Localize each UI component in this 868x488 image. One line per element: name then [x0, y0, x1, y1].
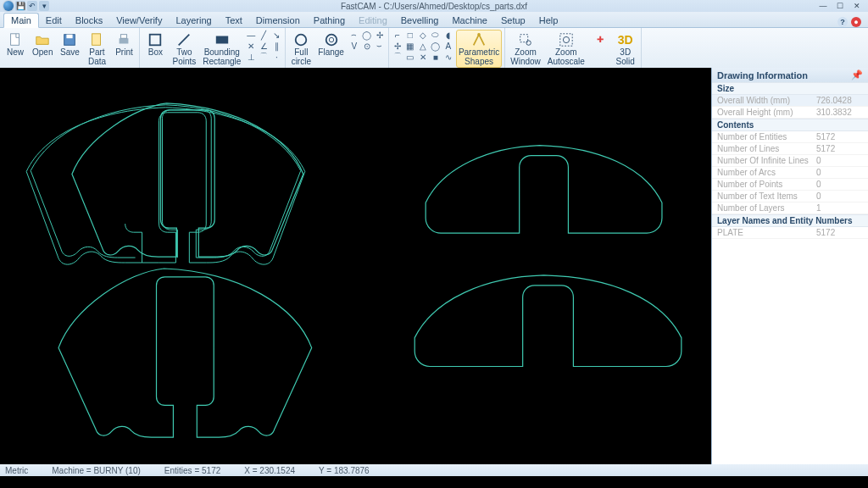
ribbon-group-arcs: Full circle Flange ⌢ ◯ ✢ V ⊙ ⌣ Arcs — [286, 28, 389, 69]
arc-move-icon[interactable]: ✢ — [374, 30, 386, 40]
tab-layering[interactable]: Layering — [169, 14, 218, 27]
arc-fit-icon[interactable]: ⊙ — [361, 41, 373, 51]
arc-fillet-icon[interactable]: ⌣ — [374, 41, 386, 51]
tab-dimension[interactable]: Dimension — [249, 14, 307, 27]
construct-rect-icon[interactable]: ▭ — [404, 52, 416, 62]
construct-curve-icon[interactable]: ∿ — [442, 52, 454, 62]
section-contents: Contents — [712, 119, 868, 131]
construct-cross-icon[interactable]: ✕ — [417, 52, 429, 62]
statusbar: Metric Machine = BURNY (10) Entities = 5… — [0, 464, 868, 476]
line-perp-icon[interactable]: ⊥ — [245, 52, 257, 62]
zoom-window-icon — [517, 31, 534, 48]
row-plate-layer: PLATE 5172 — [712, 227, 868, 239]
value-overall-width: 726.0428 — [816, 96, 863, 105]
tab-view-verify[interactable]: View/Verify — [109, 14, 169, 27]
full-circle-icon — [292, 31, 309, 48]
row-points: Number of Points 0 — [712, 179, 868, 191]
section-layers: Layer Names and Entity Numbers — [712, 214, 868, 227]
part-data-button[interactable]: Part Data — [84, 30, 109, 68]
tab-edit[interactable]: Edit — [39, 14, 69, 27]
tab-blocks[interactable]: Blocks — [69, 14, 109, 27]
minimize-button[interactable]: — — [815, 2, 831, 10]
construct-square-icon[interactable]: □ — [404, 30, 416, 40]
status-y: Y = 183.7876 — [319, 466, 370, 475]
menubar: Main Edit Blocks View/Verify Layering Te… — [0, 12, 868, 28]
tab-bevelling[interactable]: Bevelling — [394, 14, 446, 27]
line-point-icon[interactable]: · — [270, 52, 282, 62]
construct-text-icon[interactable]: A — [442, 41, 454, 51]
construct-triangle-icon[interactable]: △ — [417, 41, 429, 51]
bounding-rectangle-button[interactable]: Bounding Rectangle — [200, 30, 243, 68]
construct-circle-icon[interactable]: ◯ — [430, 41, 442, 51]
construct-arc-icon[interactable]: ⌒ — [392, 52, 403, 62]
tab-main[interactable]: Main — [3, 13, 39, 28]
zoom-autoscale-button[interactable]: Zoom Autoscale — [545, 30, 587, 68]
line-angle-icon[interactable]: ∠ — [258, 41, 270, 51]
zoom-window-button[interactable]: Zoom Window — [508, 30, 543, 68]
svg-rect-3 — [92, 34, 101, 46]
save-label: Save — [60, 48, 80, 58]
new-button[interactable]: New — [3, 30, 28, 59]
maximize-button[interactable]: ☐ — [832, 2, 848, 10]
bounding-rectangle-label: Bounding Rectangle — [203, 48, 241, 66]
panel-pin-icon[interactable]: 📌 — [851, 69, 863, 80]
tab-text[interactable]: Text — [219, 14, 249, 27]
line-cross-icon[interactable]: ✕ — [245, 41, 257, 51]
panel-header[interactable]: Drawing Information 📌 — [712, 68, 868, 82]
construct-move-icon[interactable]: ✢ — [392, 41, 403, 51]
svg-point-11 — [329, 37, 333, 42]
threed-icon: 3D — [617, 31, 634, 48]
row-infinite-lines: Number Of Infinite Lines 0 — [712, 155, 868, 167]
two-points-button[interactable]: Two Points — [170, 30, 198, 68]
print-button[interactable]: Print — [111, 30, 136, 59]
row-overall-height: Overall Height (mm) 310.3832 — [712, 107, 868, 119]
construct-stop-icon[interactable]: ■ — [430, 52, 442, 62]
svg-line-7 — [179, 35, 190, 46]
svg-rect-13 — [520, 35, 528, 42]
threed-solid-button[interactable]: 3D 3D Solid — [613, 30, 638, 68]
line-diag-icon[interactable]: ╱ — [258, 30, 270, 40]
label-overall-height: Overall Height (mm) — [717, 108, 816, 117]
line-horiz-icon[interactable]: — — [245, 30, 257, 40]
construct-corner-icon[interactable]: ⌐ — [392, 30, 403, 40]
construct-ellipse-icon[interactable]: ⬭ — [430, 30, 442, 40]
svg-rect-15 — [560, 34, 572, 46]
arc-tan-icon[interactable]: V — [348, 41, 360, 51]
value-overall-height: 310.3832 — [816, 108, 863, 117]
zoom-plus-button[interactable]: ✚ — [589, 30, 611, 50]
save-button[interactable]: Save — [57, 30, 82, 59]
construct-grid-icon[interactable]: ▦ — [404, 41, 416, 51]
tab-help[interactable]: Help — [532, 14, 565, 27]
parametric-shapes-icon — [470, 31, 487, 48]
arc-center-icon[interactable]: ◯ — [361, 30, 373, 40]
qat-more-icon[interactable]: ▾ — [39, 1, 49, 11]
construct-diamond-icon[interactable]: ◇ — [417, 30, 429, 40]
tab-editing[interactable]: Editing — [352, 14, 394, 27]
ribbon-group-quickview: Zoom Window Zoom Autoscale ✚ 3D 3D Solid… — [505, 28, 642, 69]
tab-machine[interactable]: Machine — [445, 14, 494, 27]
row-lines: Number of Lines 5172 — [712, 143, 868, 155]
zoom-autoscale-label: Zoom Autoscale — [548, 48, 585, 66]
help-icon[interactable]: ? — [837, 17, 848, 27]
record-icon[interactable]: ● — [851, 17, 861, 27]
two-points-icon — [175, 31, 192, 48]
open-button[interactable]: Open — [30, 30, 55, 59]
close-button[interactable]: ✕ — [849, 2, 865, 10]
tab-setup[interactable]: Setup — [494, 14, 532, 27]
qat-save-icon[interactable]: 💾 — [15, 1, 25, 11]
qat-undo-icon[interactable]: ↶ — [27, 1, 37, 11]
open-folder-icon — [34, 31, 51, 48]
svg-point-12 — [477, 33, 481, 36]
line-parallel-icon[interactable]: ∥ — [270, 41, 282, 51]
line-tangent-icon[interactable]: ⌒ — [258, 52, 270, 62]
arc-3pt-icon[interactable]: ⌢ — [348, 30, 360, 40]
app-orb-icon[interactable] — [3, 1, 14, 11]
line-snap-icon[interactable]: ↘ — [270, 30, 282, 40]
full-circle-button[interactable]: Full circle — [288, 30, 314, 68]
tab-pathing[interactable]: Pathing — [307, 14, 352, 27]
construct-slot-icon[interactable]: ◖ — [442, 30, 454, 40]
flange-button[interactable]: Flange — [315, 30, 347, 59]
drawing-canvas[interactable] — [0, 68, 711, 464]
parametric-shapes-button[interactable]: Parametric Shapes — [456, 30, 502, 68]
box-button[interactable]: Box — [142, 30, 168, 59]
